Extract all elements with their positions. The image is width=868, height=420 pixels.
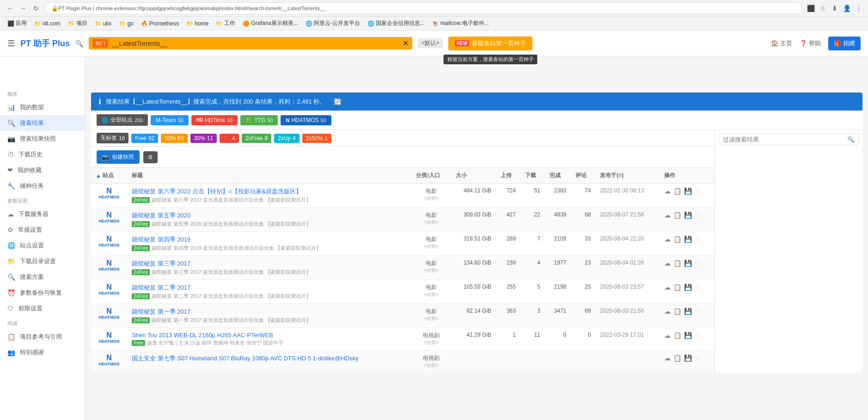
- favorite-icon[interactable]: ♡: [695, 332, 701, 339]
- copy-icon[interactable]: 📋: [673, 284, 681, 291]
- help-link[interactable]: ❓ 帮助: [800, 39, 821, 48]
- save-icon[interactable]: 💾: [684, 354, 692, 362]
- download-cloud-icon[interactable]: ☁: [664, 211, 671, 219]
- bookmark-aliyun[interactable]: 🌐阿里云-云开发平台: [303, 19, 363, 28]
- download-cloud-icon[interactable]: ☁: [664, 308, 671, 315]
- downloads-icon[interactable]: ⬇: [830, 4, 839, 13]
- bookmark-ukx[interactable]: 📁ukx: [92, 19, 115, 28]
- download-cloud-icon[interactable]: ☁: [664, 354, 671, 362]
- sidebar-item-search-results[interactable]: 🔍 搜索结果: [0, 115, 85, 131]
- copy-icon[interactable]: 📋: [673, 308, 681, 315]
- sidebar-item-search-plan[interactable]: 🔍 搜索方案: [0, 269, 85, 285]
- save-icon[interactable]: 💾: [684, 332, 692, 339]
- tag-all-sites[interactable]: 🌐 全部站点 200: [97, 114, 148, 126]
- favorite-icon[interactable]: ♡: [695, 308, 701, 315]
- sidebar-item-history[interactable]: ⏱ 下载历史: [0, 147, 85, 162]
- torrent-title-link[interactable]: 踢馆秘笈 第一季 2017: [132, 308, 407, 316]
- extensions-icon[interactable]: ⬛: [806, 4, 815, 13]
- bookmark-national[interactable]: 🌐国家企业信用信息...: [365, 19, 428, 28]
- settings-button[interactable]: ⚙: [143, 151, 158, 163]
- save-icon[interactable]: 💾: [684, 259, 692, 267]
- refresh-button[interactable]: ↻: [31, 3, 42, 14]
- bookmark-grafana[interactable]: 🟠Grafana展示精美...: [240, 19, 300, 28]
- th-site[interactable]: ▲ 站点: [91, 168, 127, 184]
- torrent-title-link[interactable]: 踢馆秘笈 第六季 2022 点击【特别】=【投影玩家&原盘洗版区】: [132, 187, 407, 196]
- torrent-title-link[interactable]: 踢馆秘笈 第五季 2020: [132, 211, 407, 220]
- favorite-icon[interactable]: ♡: [695, 354, 701, 362]
- bookmark-icon[interactable]: ☆: [818, 4, 827, 13]
- back-button[interactable]: ←: [5, 3, 16, 14]
- tag-ttg[interactable]: 🟢 TTG 50: [240, 115, 278, 125]
- bookmark-mailcow[interactable]: 🐮mailcow:电子邮件...: [429, 19, 492, 28]
- tag2-2xfree[interactable]: 2xFree 9: [242, 134, 271, 143]
- copy-icon[interactable]: 📋: [673, 259, 681, 267]
- tag2-2xup[interactable]: 2xUp 4: [274, 134, 300, 143]
- copy-icon[interactable]: 📋: [673, 187, 681, 195]
- tag2-red[interactable]: 🔴 4: [220, 134, 239, 143]
- sidebar-item-favorites[interactable]: ❤ 我的收藏: [0, 162, 85, 178]
- tag-hdtime[interactable]: HD HDTime 50: [191, 115, 238, 125]
- download-cloud-icon[interactable]: ☁: [664, 235, 671, 243]
- torrent-title-link[interactable]: 踢馆秘笈 第三季 2017: [132, 259, 407, 268]
- sidebar-item-special-thanks[interactable]: 👥 特别感谢: [0, 345, 85, 360]
- torrent-title-link[interactable]: Shen Tou 2013 WEB-DL 2160p H265 AAC-PTer…: [132, 332, 407, 339]
- save-icon[interactable]: 💾: [684, 308, 692, 315]
- sidebar-item-my-data[interactable]: 📊 我的数据: [0, 99, 85, 115]
- tag-m-team[interactable]: M-Team 50: [151, 115, 189, 125]
- create-snapshot-button[interactable]: 📷 创建快照: [97, 150, 140, 164]
- copy-icon[interactable]: 📋: [673, 354, 681, 362]
- save-icon[interactable]: 💾: [684, 235, 692, 243]
- sidebar-item-download-dir[interactable]: 📁 下载目录设置: [0, 253, 85, 269]
- search-input[interactable]: [112, 40, 399, 47]
- tag-hdatmos[interactable]: N HDATMOS 50: [281, 115, 331, 125]
- sidebar-item-references[interactable]: 📋 项目参考与引用: [0, 329, 85, 345]
- url-bar[interactable]: 🔒 PT Plugin Plus | chrome-extension://fg…: [45, 2, 802, 14]
- get-seeds-button[interactable]: NEW 获取各站第一页种子: [448, 37, 532, 50]
- favorite-icon[interactable]: ♡: [695, 235, 701, 243]
- bookmark-i4t[interactable]: 📁i4t.com: [31, 19, 63, 28]
- torrent-title-link[interactable]: 踢馆秘笈 第二季 2017: [132, 284, 407, 292]
- more-icon[interactable]: ⋮: [854, 4, 863, 13]
- favorite-icon[interactable]: ♡: [695, 187, 701, 195]
- torrent-title-link[interactable]: 踢馆秘笈 第四季 2019: [132, 235, 407, 244]
- sidebar-item-backup[interactable]: ⏰ 参数备份与恢复: [0, 285, 85, 301]
- sidebar-item-general-settings[interactable]: ⚙ 常规设置: [0, 222, 85, 238]
- copy-icon[interactable]: 📋: [673, 211, 681, 219]
- refresh-icon[interactable]: 🔄: [334, 98, 342, 105]
- download-cloud-icon[interactable]: ☁: [664, 187, 671, 195]
- bookmark-home[interactable]: 📁home: [183, 19, 211, 28]
- bookmark-projects[interactable]: 📁项目: [65, 19, 90, 28]
- bookmark-go[interactable]: 📁go: [116, 19, 136, 28]
- tag2-50pct[interactable]: 50% 65: [161, 134, 187, 143]
- home-link[interactable]: 🏠 主页: [771, 39, 792, 48]
- favorite-icon[interactable]: ♡: [695, 259, 701, 267]
- bookmark-apps[interactable]: ⬛应用: [5, 19, 30, 28]
- filter-search-input[interactable]: [723, 136, 845, 143]
- profile-icon[interactable]: 👤: [842, 4, 851, 13]
- bookmark-work[interactable]: 📁工作: [213, 19, 238, 28]
- sidebar-item-snapshots[interactable]: 📷 搜索结果快照: [0, 131, 85, 147]
- tag2-notag[interactable]: 无标签 16: [97, 133, 128, 143]
- favorite-icon[interactable]: ♡: [695, 211, 701, 219]
- sidebar-item-permissions[interactable]: 🛡 权限设置: [0, 301, 85, 316]
- copy-icon[interactable]: 📋: [673, 332, 681, 339]
- copy-icon[interactable]: 📋: [673, 235, 681, 243]
- save-icon[interactable]: 💾: [684, 284, 692, 291]
- download-cloud-icon[interactable]: ☁: [664, 284, 671, 291]
- bookmark-prometheus[interactable]: 🔥Prometheus: [138, 19, 182, 28]
- search-default-label[interactable]: <默认>: [418, 38, 443, 48]
- tag2-free[interactable]: Free 92: [131, 134, 158, 143]
- favorite-icon[interactable]: ♡: [695, 284, 701, 291]
- tag2-30pct[interactable]: 30% 11: [190, 134, 217, 143]
- save-icon[interactable]: 💾: [684, 211, 692, 219]
- download-cloud-icon[interactable]: ☁: [664, 332, 671, 339]
- menu-icon[interactable]: ☰: [7, 38, 15, 49]
- sidebar-item-site-settings[interactable]: 🌐 站点设置: [0, 238, 85, 253]
- save-icon[interactable]: 💾: [684, 187, 692, 195]
- sidebar-item-seed-task[interactable]: 🔧 辅种任务: [0, 178, 85, 194]
- donate-button[interactable]: 🎁 捐赠: [828, 37, 861, 50]
- search-clear-icon[interactable]: ✕: [403, 39, 409, 48]
- torrent-title-link[interactable]: 国土安全 第七季 S07 Homeland S07 BluRay 1080p A…: [132, 354, 407, 363]
- forward-button[interactable]: →: [18, 3, 29, 14]
- download-cloud-icon[interactable]: ☁: [664, 259, 671, 267]
